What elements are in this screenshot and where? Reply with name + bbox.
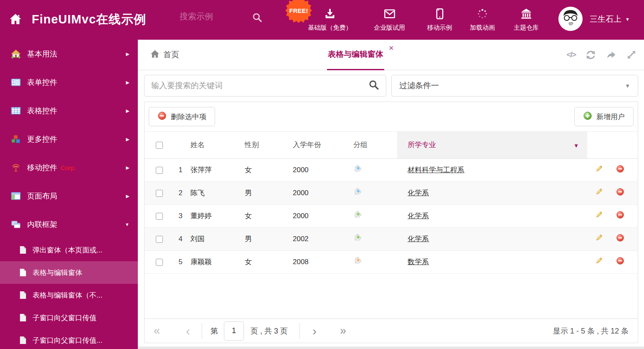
edit-pencil-icon[interactable] xyxy=(595,190,603,198)
row-index: 3 xyxy=(174,204,184,227)
expand-icon[interactable] xyxy=(626,50,636,60)
divider xyxy=(299,323,300,339)
cell-name: 康颖颖 xyxy=(184,250,236,273)
tab-home[interactable]: 首页 xyxy=(150,40,179,70)
sidebar-item-label: 页面布局 xyxy=(27,191,57,201)
major-link[interactable]: 化学系 xyxy=(408,189,429,197)
grid-toolbar: 删除选中项 新增用户 xyxy=(145,102,638,132)
nav-item-theme-store[interactable]: 主题仓库 xyxy=(503,0,549,40)
phone-icon xyxy=(435,8,445,21)
cell-name: 董婷婷 xyxy=(184,204,236,227)
avatar[interactable] xyxy=(558,7,583,31)
page-icon xyxy=(19,246,27,254)
delete-row-icon[interactable] xyxy=(616,213,624,221)
refresh-icon[interactable] xyxy=(586,50,596,60)
nav-item-basic-edition[interactable]: 基础版（免费） xyxy=(299,0,361,40)
edit-pencil-icon[interactable] xyxy=(595,167,603,175)
major-link[interactable]: 材料科学与工程系 xyxy=(408,166,464,174)
delete-row-icon[interactable] xyxy=(616,167,624,175)
row-checkbox[interactable] xyxy=(156,213,163,220)
tag-icon xyxy=(353,236,361,244)
source-code-icon[interactable]: </> xyxy=(567,50,576,59)
prev-page-icon[interactable]: ‹ xyxy=(186,324,190,338)
home-icon[interactable] xyxy=(9,13,22,26)
share-icon[interactable] xyxy=(606,50,616,60)
sidebar-item-mobile-controls[interactable]: 移动控件 Corp. ▶ xyxy=(0,153,138,182)
sidebar-item-iframe[interactable]: 内联框架 ▼ xyxy=(0,210,138,239)
chevron-down-icon: ▼ xyxy=(125,222,129,227)
col-header-name[interactable]: 姓名 xyxy=(184,132,236,158)
close-icon[interactable]: × xyxy=(389,44,393,53)
row-checkbox[interactable] xyxy=(156,167,163,174)
search-icon[interactable] xyxy=(252,12,263,25)
nav-item-loading-animation[interactable]: 加载动画 xyxy=(461,0,503,40)
tag-icon xyxy=(353,213,361,221)
major-link[interactable]: 数学系 xyxy=(408,258,429,266)
next-page-icon[interactable]: › xyxy=(312,324,317,338)
last-page-icon[interactable]: » xyxy=(340,324,346,337)
sidebar-subitem-child-to-parent[interactable]: 子窗口向父窗口传值 xyxy=(0,306,138,329)
page-icon xyxy=(19,313,27,322)
page-number-input[interactable] xyxy=(224,321,244,341)
delete-row-icon[interactable] xyxy=(616,236,624,244)
edit-pencil-icon[interactable] xyxy=(595,259,603,267)
header-search-input[interactable] xyxy=(180,12,248,21)
page-label-suffix: 页 , 共 3 页 xyxy=(251,326,288,336)
grid-panel: 删除选中项 新增用户 姓名 性别 入学年份 分组 xyxy=(144,102,638,343)
sidebar-subitem-label: 表格与编辑窗体（不... xyxy=(33,290,102,300)
table-row: 1 张萍萍 女 2000 材料科学与工程系 xyxy=(145,158,638,181)
chevron-right-icon: ▶ xyxy=(126,137,129,142)
col-header-year[interactable]: 入学年份 xyxy=(282,132,345,158)
cell-gender: 女 xyxy=(236,250,282,273)
cell-year: 2000 xyxy=(282,204,345,227)
sidebar-subitem-label: 子窗口向父窗口传值... xyxy=(33,336,102,345)
search-icon[interactable] xyxy=(368,79,379,92)
col-header-major[interactable]: 所学专业 ▼ xyxy=(397,132,587,158)
frames-icon xyxy=(11,219,21,229)
tab-bar: 首页 表格与编辑窗体 × </> xyxy=(138,40,644,70)
row-index: 1 xyxy=(174,158,184,181)
edit-pencil-icon[interactable] xyxy=(595,236,603,244)
nav-item-mobile-demo[interactable]: 移动示例 xyxy=(418,0,461,40)
sidebar-subitem-label: 弹出窗体（本页面或... xyxy=(33,245,102,255)
bank-icon xyxy=(520,8,532,21)
nav-item-enterprise-trial[interactable]: 企业版试用 xyxy=(361,0,418,40)
tag-icon xyxy=(353,259,361,267)
major-link[interactable]: 化学系 xyxy=(408,235,429,243)
page-icon xyxy=(19,291,27,299)
header-row: 姓名 性别 入学年份 分组 所学专业 ▼ xyxy=(145,132,638,158)
row-index: 5 xyxy=(174,250,184,273)
delete-row-icon[interactable] xyxy=(616,259,624,267)
col-header-gender[interactable]: 性别 xyxy=(236,132,282,158)
chevron-down-icon[interactable]: ▼ xyxy=(573,143,579,149)
delete-selected-button[interactable]: 删除选中项 xyxy=(149,107,215,126)
sidebar-subitem-grid-edit-window[interactable]: 表格与编辑窗体 xyxy=(0,261,138,284)
add-user-button[interactable]: 新增用户 xyxy=(574,107,634,126)
user-menu[interactable]: 三生石上 ▼ xyxy=(590,14,630,25)
username: 三生石上 xyxy=(590,14,621,25)
delete-row-icon[interactable] xyxy=(616,190,624,198)
chevron-right-icon: ▶ xyxy=(126,194,129,199)
select-all-checkbox[interactable] xyxy=(156,142,163,149)
sidebar-item-more-controls[interactable]: 更多控件 ▶ xyxy=(0,125,138,153)
sidebar-menu: 基本用法 ▶ 表单控件 ▶ 表格控件 ▶ 更多控件 ▶ 移动控件 Cor xyxy=(0,40,138,239)
sidebar-item-form-controls[interactable]: 表单控件 ▶ xyxy=(0,68,138,97)
sidebar-subitem-popup-window[interactable]: 弹出窗体（本页面或... xyxy=(0,239,138,261)
tab-grid-edit-window[interactable]: 表格与编辑窗体 × xyxy=(327,40,384,70)
row-checkbox[interactable] xyxy=(156,190,163,197)
sidebar-subitem-grid-edit-window-alt[interactable]: 表格与编辑窗体（不... xyxy=(0,284,138,306)
keyword-search-input[interactable] xyxy=(151,81,368,90)
sidebar-item-page-layout[interactable]: 页面布局 ▶ xyxy=(0,182,138,210)
first-page-icon[interactable]: « xyxy=(154,324,160,337)
sidebar-subitem-child-to-parent-alt[interactable]: 子窗口向父窗口传值... xyxy=(0,329,138,349)
sidebar-item-grid-controls[interactable]: 表格控件 ▶ xyxy=(0,97,138,125)
nav-label: 主题仓库 xyxy=(514,24,539,32)
row-checkbox[interactable] xyxy=(156,259,163,266)
major-link[interactable]: 化学系 xyxy=(408,212,429,220)
row-checkbox[interactable] xyxy=(156,236,163,243)
filter-dropdown[interactable]: 过滤条件一 ▼ xyxy=(391,75,638,97)
sidebar-item-basic-usage[interactable]: 基本用法 ▶ xyxy=(0,40,138,68)
col-header-group[interactable]: 分组 xyxy=(345,132,397,158)
col-header-actions xyxy=(587,132,638,158)
edit-pencil-icon[interactable] xyxy=(595,213,603,221)
